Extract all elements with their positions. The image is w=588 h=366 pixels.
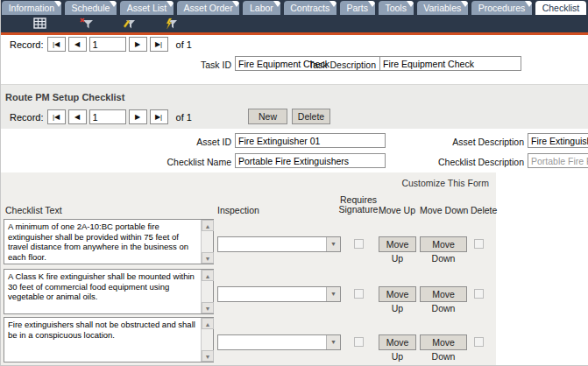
asset-description-input[interactable]	[528, 133, 588, 148]
tab-contracts[interactable]: Contracts	[284, 1, 337, 15]
checklist-text-area[interactable]: Fire extinguishers shall not be obstruct…	[4, 317, 214, 362]
record-number-input[interactable]	[89, 109, 126, 124]
requires-signature-checkbox[interactable]	[354, 337, 364, 347]
checklist-name-label: Checklist Name	[124, 157, 231, 167]
checklist-text-area[interactable]: A minimum of one 2A-10:BC portable fire …	[4, 219, 214, 264]
delete-header: Delete	[471, 205, 497, 215]
record-label: Record:	[10, 112, 44, 123]
textarea-scrollbar[interactable]: ▲ ▼	[201, 318, 213, 362]
checklist-text: A minimum of one 2A-10:BC portable fire …	[4, 220, 200, 264]
tab-tools[interactable]: Tools	[379, 1, 414, 15]
tab-bar: Information Schedule Asset List Asset Or…	[1, 0, 588, 15]
move-down-button[interactable]: Move Down	[420, 334, 467, 350]
asset-description-label: Asset Description	[416, 137, 524, 147]
move-down-button[interactable]: Move Down	[420, 286, 467, 302]
filter-by-form-icon[interactable]	[122, 18, 136, 30]
tab-asset-list[interactable]: Asset List	[120, 1, 174, 15]
first-record-button[interactable]: |◀	[47, 109, 66, 124]
tab-asset-order[interactable]: Asset Order	[177, 1, 239, 15]
delete-checkbox[interactable]	[474, 289, 484, 299]
inspection-header: Inspection	[217, 205, 259, 215]
accent-divider	[1, 32, 588, 35]
section-title: Route PM Setup Checklist	[5, 92, 124, 102]
checklist-description-input[interactable]	[528, 153, 588, 168]
delete-checkbox[interactable]	[474, 239, 484, 249]
scroll-up-icon[interactable]: ▲	[202, 318, 214, 329]
next-record-button[interactable]: ▶	[129, 109, 147, 124]
checklist-text-header: Checklist Text	[5, 205, 62, 215]
first-record-button[interactable]: |◀	[47, 37, 66, 52]
checklist-row: A minimum of one 2A-10:BC portable fire …	[1, 219, 496, 264]
move-up-button[interactable]: Move Up	[379, 286, 416, 302]
requires-signature-checkbox[interactable]	[354, 289, 364, 299]
tab-checklist[interactable]: Checklist	[535, 1, 586, 15]
task-description-label: Task Description	[268, 60, 376, 70]
scroll-down-icon[interactable]: ▼	[202, 350, 214, 362]
customize-this-form-link[interactable]: Customize This Form	[401, 178, 489, 188]
task-record-navigator: Record: |◀ ◀ ▶ ▶| of 1	[10, 37, 192, 52]
move-up-header: Move Up	[379, 205, 415, 215]
tab-schedule[interactable]: Schedule	[65, 1, 117, 15]
next-record-button[interactable]: ▶	[129, 37, 147, 52]
scroll-down-icon[interactable]: ▼	[202, 302, 214, 313]
new-button[interactable]: New	[248, 109, 287, 124]
record-number-input[interactable]	[89, 37, 126, 52]
record-count-label: of 1	[176, 39, 192, 50]
chevron-down-icon[interactable]: ▼	[326, 287, 340, 301]
checklist-text: Fire extinguishers shall not be obstruct…	[4, 318, 200, 362]
scroll-down-icon[interactable]: ▼	[202, 252, 214, 264]
tab-procedures[interactable]: Procedures	[471, 1, 532, 15]
checklist-screen: Information Schedule Asset List Asset Or…	[0, 0, 588, 366]
tab-parts[interactable]: Parts	[340, 1, 375, 15]
checklist-text-area[interactable]: A Class K fire extinguisher shall be mou…	[4, 269, 214, 314]
apply-filter-icon[interactable]	[164, 18, 178, 30]
textarea-scrollbar[interactable]: ▲ ▼	[201, 270, 213, 313]
record-label: Record:	[10, 39, 44, 50]
last-record-button[interactable]: ▶|	[150, 109, 168, 124]
requires-signature-header: Requires Signature	[336, 195, 381, 215]
inspection-select[interactable]: ▼	[217, 286, 341, 302]
tab-variables[interactable]: Variables	[417, 1, 468, 15]
task-description-input[interactable]	[379, 56, 521, 71]
move-down-button[interactable]: Move Down	[420, 236, 467, 252]
move-down-header: Move Down	[420, 205, 468, 215]
datasheet-grid-icon[interactable]	[33, 18, 47, 30]
checklist-row: A Class K fire extinguisher shall be mou…	[1, 269, 496, 314]
tab-information[interactable]: Information	[2, 1, 61, 15]
asset-id-input[interactable]	[235, 133, 386, 148]
inspection-select[interactable]: ▼	[217, 236, 341, 252]
checklist-description-label: Checklist Description	[416, 157, 524, 167]
chevron-down-icon[interactable]: ▼	[326, 335, 340, 349]
move-up-button[interactable]: Move Up	[379, 334, 416, 350]
checklist-record-navigator: Record: |◀ ◀ ▶ ▶| of 1	[10, 109, 192, 124]
inspection-select[interactable]: ▼	[217, 334, 341, 350]
tab-labor[interactable]: Labor	[243, 1, 280, 15]
textarea-scrollbar[interactable]: ▲ ▼	[201, 220, 213, 264]
delete-checkbox[interactable]	[474, 337, 484, 347]
scroll-up-icon[interactable]: ▲	[202, 220, 214, 231]
checklist-name-input[interactable]	[235, 153, 386, 168]
remove-filter-icon[interactable]	[80, 18, 94, 30]
requires-signature-checkbox[interactable]	[354, 239, 364, 249]
delete-button[interactable]: Delete	[292, 109, 330, 124]
scroll-up-icon[interactable]: ▲	[202, 270, 214, 281]
move-up-button[interactable]: Move Up	[379, 236, 416, 252]
checklist-row: Fire extinguishers shall not be obstruct…	[1, 317, 496, 362]
previous-record-button[interactable]: ◀	[68, 37, 87, 52]
chevron-down-icon[interactable]: ▼	[326, 237, 340, 251]
checklist-grid: Customize This Form Checklist Text Inspe…	[1, 172, 496, 366]
previous-record-button[interactable]: ◀	[68, 109, 87, 124]
last-record-button[interactable]: ▶|	[150, 37, 168, 52]
record-count-label: of 1	[176, 112, 192, 123]
checklist-text: A Class K fire extinguisher shall be mou…	[4, 270, 200, 313]
toolbar	[1, 15, 588, 32]
task-id-label: Task ID	[124, 60, 231, 70]
asset-id-label: Asset ID	[124, 137, 231, 147]
